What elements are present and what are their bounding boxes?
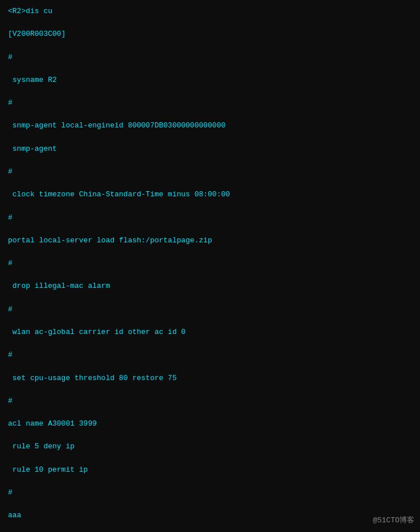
terminal-line: # <box>8 166 412 178</box>
terminal-line: portal local-server load flash:/portalpa… <box>8 235 412 246</box>
terminal-line: # <box>8 97 412 109</box>
terminal-line: rule 5 deny ip <box>8 441 412 452</box>
terminal-line: acl name A30001 3999 <box>8 418 412 430</box>
terminal-line: # <box>8 395 412 407</box>
terminal-line: clock timezone China-Standard-Time minus… <box>8 189 412 200</box>
terminal-line: # <box>8 304 412 315</box>
terminal-line: drop illegal-mac alarm <box>8 281 412 292</box>
terminal-line: # <box>8 258 412 269</box>
terminal-output: <R2>dis cu [V200R003C00] # sysname R2 # … <box>0 0 420 532</box>
terminal-line: aaa <box>8 510 412 521</box>
terminal-line: <R2>dis cu <box>8 6 412 17</box>
terminal-line: # <box>8 212 412 224</box>
terminal-line: wlan ac-global carrier id other ac id 0 <box>8 327 412 338</box>
terminal-line: snmp-agent local-engineid 800007DB030000… <box>8 120 412 131</box>
watermark: @51CTO博客 <box>373 515 414 526</box>
terminal-line: # <box>8 487 412 498</box>
terminal-line: snmp-agent <box>8 143 412 155</box>
terminal-line: set cpu-usage threshold 80 restore 75 <box>8 373 412 384</box>
terminal-line: sysname R2 <box>8 75 412 86</box>
terminal-line: rule 10 permit ip <box>8 464 412 476</box>
terminal-line: # <box>8 349 412 361</box>
terminal-line: # <box>8 52 412 63</box>
terminal-line: [V200R003C00] <box>8 28 412 40</box>
